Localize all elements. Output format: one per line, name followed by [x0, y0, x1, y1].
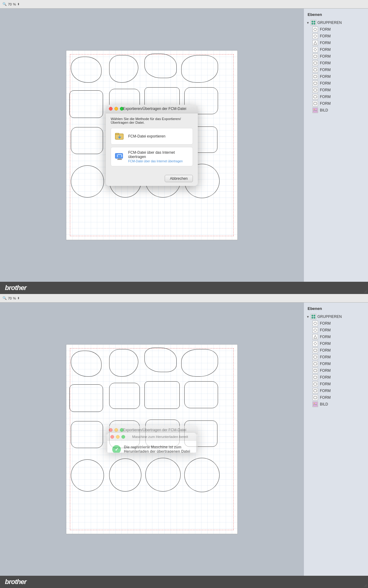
sidebar-item-form-12[interactable]: FORM	[304, 100, 368, 107]
sidebar-item-form-1[interactable]: FORM	[304, 26, 368, 33]
dialog-option-internet-sub: FCM-Datei über das Internet übertragen	[128, 160, 189, 163]
sidebar-item-form-8[interactable]: FORM	[304, 73, 368, 80]
svg-rect-21	[313, 108, 317, 112]
sidebar-item-form2-12[interactable]: FORM	[304, 394, 368, 401]
brother-logo-1: brother	[5, 284, 26, 292]
sidebar-item-form2-8[interactable]: FORM	[304, 367, 368, 374]
sidebar-title-1: Ebenen	[304, 11, 368, 19]
sidebar-item-form2-2[interactable]: FORM	[304, 327, 368, 334]
canvas-area-1: Exportieren/Übertragen der FCM-Datei Wäh…	[0, 9, 304, 282]
sidebar-group-label-1: GRUPPIEREN	[317, 21, 342, 25]
sidebar-item-form2-6[interactable]: FORM	[304, 354, 368, 360]
sidebar-item-form2-1[interactable]: FORM	[304, 320, 368, 327]
svg-marker-12	[314, 48, 317, 51]
svg-rect-27	[312, 317, 313, 318]
svg-rect-20	[314, 102, 317, 105]
zoom-stepper-2[interactable]: ⬍	[17, 296, 20, 300]
dialog-option-export[interactable]: FCM-Datei exportieren	[111, 128, 193, 145]
resize-handle-1[interactable]	[363, 289, 367, 293]
sidebar-item-form-10[interactable]: FORM	[304, 87, 368, 93]
canvas-paper-1: Exportieren/Übertragen der FCM-Datei Wäh…	[66, 50, 238, 240]
svg-marker-11	[314, 41, 317, 44]
resize-handle-2[interactable]	[363, 583, 367, 587]
svg-rect-6	[314, 21, 315, 22]
dialog-title-1: Exportieren/Übertragen der FCM-Datei	[114, 107, 195, 111]
canvas-area-2: Exportieren/Übertragen der FCM-Datei Wäh…	[0, 303, 304, 576]
success-max-btn[interactable]	[121, 435, 125, 439]
sidebar-item-form-11[interactable]: FORM	[304, 93, 368, 100]
svg-point-42	[314, 403, 315, 404]
dialog-option-export-label: FCM-Datei exportieren	[128, 134, 165, 138]
bild-thumb	[312, 107, 318, 113]
sidebar-item-form2-9[interactable]: FORM	[304, 374, 368, 381]
sidebar-item-form2-10[interactable]: FORM	[304, 381, 368, 387]
dialog-overlay-1: Exportieren/Übertragen der FCM-Datei Wäh…	[66, 51, 237, 240]
sidebar-2: Ebenen ▼ GRUPPIEREN FORM FORM FORM	[304, 303, 368, 576]
sidebar-item-form2-3[interactable]: FORM	[304, 334, 368, 340]
export-dialog-2: Exportieren/Übertragen der FCM-Datei Wäh…	[106, 426, 198, 453]
svg-rect-37	[314, 376, 317, 379]
svg-point-9	[314, 28, 317, 31]
svg-rect-13	[314, 55, 317, 58]
sidebar-item-form2-4[interactable]: FORM	[304, 340, 368, 347]
svg-line-43	[364, 584, 367, 587]
form-thumb-4	[312, 47, 318, 52]
sidebar-item-bild-2[interactable]: BILD	[304, 401, 368, 408]
sidebar-item-form-6[interactable]: FORM	[304, 60, 368, 66]
svg-marker-32	[314, 342, 317, 345]
cancel-button-1[interactable]: Abbrechen	[165, 175, 193, 182]
svg-rect-39	[314, 390, 317, 392]
svg-line-23	[364, 290, 367, 293]
success-titlebar: Maschine zum Herunterladen bereit	[107, 433, 196, 441]
dialog-close-btn-2[interactable]	[109, 428, 113, 432]
svg-rect-14	[314, 62, 317, 64]
svg-rect-18	[314, 89, 317, 91]
svg-rect-16	[314, 75, 317, 78]
form-thumb-11	[312, 94, 318, 100]
dialog-titlebar-1: Exportieren/Übertragen der FCM-Datei	[106, 105, 198, 113]
sidebar-item-form-5[interactable]: FORM	[304, 53, 368, 60]
zoom-value-2: 70	[8, 296, 12, 300]
export-dialog-1: Exportieren/Übertragen der FCM-Datei Wäh…	[106, 105, 198, 186]
dialog-close-btn-1[interactable]	[109, 107, 113, 111]
form-thumb-9	[312, 81, 318, 86]
bild-thumb-2	[312, 401, 318, 407]
zoom-value: 70	[8, 2, 12, 6]
dialog-body-1: Wählen Sie die Methode für das Exportier…	[106, 113, 198, 172]
sidebar-1: Ebenen ▼ GRUPPIEREN FORM FORM FORM	[304, 9, 368, 282]
dialog-option-internet-texts: FCM-Datei über das Internet übertragen F…	[128, 150, 189, 163]
zoom-percent-2: %	[13, 296, 16, 300]
sidebar-item-form2-5[interactable]: FORM	[304, 347, 368, 354]
form-thumb-6	[312, 60, 318, 66]
success-body: ✓ Die registrierte Maschine ist zum Heru…	[107, 441, 196, 453]
svg-rect-26	[314, 315, 315, 316]
svg-rect-4	[117, 159, 122, 160]
search-icon: 🔍	[2, 2, 7, 6]
sidebar-group-1[interactable]: ▼ GRUPPIEREN	[304, 19, 368, 26]
svg-rect-41	[313, 402, 317, 406]
svg-point-30	[314, 329, 317, 331]
svg-rect-19	[314, 96, 317, 98]
zoom-stepper[interactable]: ⬍	[17, 2, 20, 6]
success-close-btn[interactable]	[110, 435, 114, 439]
group-icon-2	[311, 314, 316, 319]
sidebar-item-form-3[interactable]: FORM	[304, 40, 368, 46]
svg-marker-31	[314, 335, 317, 338]
svg-line-24	[366, 292, 367, 293]
svg-rect-17	[314, 82, 317, 85]
svg-rect-15	[314, 69, 317, 71]
sidebar-item-form-2[interactable]: FORM	[304, 33, 368, 40]
dialog-option-internet[interactable]: FCM-Datei über das Internet übertragen F…	[111, 147, 193, 166]
sidebar-item-bild[interactable]: BILD	[304, 107, 368, 114]
sidebar-item-form2-11[interactable]: FORM	[304, 387, 368, 394]
svg-rect-34	[314, 356, 317, 358]
sidebar-item-form2-7[interactable]: FORM	[304, 360, 368, 367]
sidebar-item-form-9[interactable]: FORM	[304, 80, 368, 87]
success-min-btn[interactable]	[116, 435, 120, 439]
dialog-subtitle-1: Wählen Sie die Methode für das Exportier…	[111, 117, 193, 124]
sidebar-group-2[interactable]: ▼ GRUPPIEREN	[304, 313, 368, 320]
sidebar-item-form-7[interactable]: FORM	[304, 66, 368, 73]
canvas-paper-2: Exportieren/Übertragen der FCM-Datei Wäh…	[66, 344, 238, 534]
success-text-block: Die registrierte Maschine ist zum Herunt…	[124, 445, 191, 453]
sidebar-item-form-4[interactable]: FORM	[304, 46, 368, 53]
